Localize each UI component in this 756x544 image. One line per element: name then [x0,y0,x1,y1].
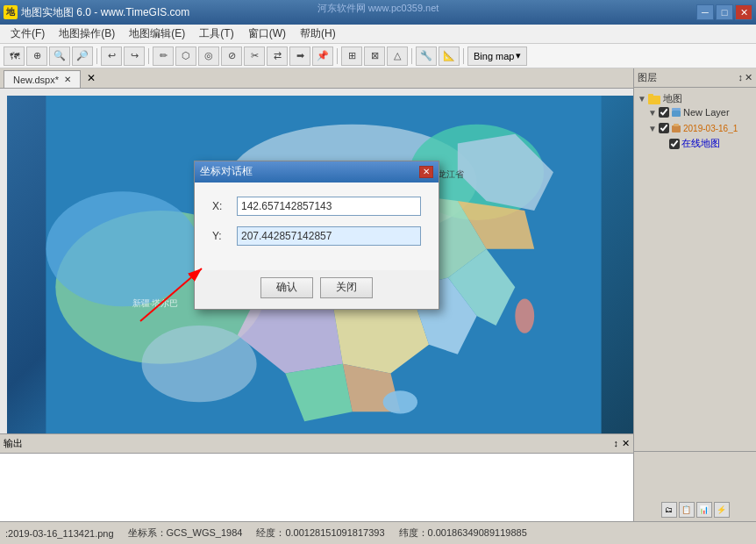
svg-point-14 [383,390,417,413]
tb-btn-11[interactable]: ✂ [244,47,265,66]
layer-icon [671,107,681,118]
svg-point-17 [142,326,257,402]
tb-btn-10[interactable]: ⊘ [221,47,242,66]
map-canvas[interactable]: 新疆·塔尔巴 黑龙江省 内蒙古 坐标对话框 [0,89,633,433]
dialog-close-button[interactable]: ✕ [419,166,433,178]
tree-item-new-layer[interactable]: ▼ New Layer [638,106,752,118]
menu-map-ops[interactable]: 地图操作(B) [52,25,122,43]
tb-btn-8[interactable]: ⬡ [175,47,196,66]
tb-btn-2[interactable]: ⊕ [26,47,47,66]
cancel-button[interactable]: 关闭 [320,277,373,298]
svg-rect-29 [672,108,681,111]
panel-tab-btn-3[interactable]: 📊 [696,502,712,518]
output-body [0,454,633,521]
panel-tab-btn-4[interactable]: ⚡ [714,502,730,518]
tb-btn-13[interactable]: ➡ [289,47,310,66]
date-layer-icon [671,123,681,133]
coordinate-dialog[interactable]: 坐标对话框 ✕ X: Y: 确认 [194,161,439,310]
tb-btn-7[interactable]: ✏ [153,47,174,66]
tb-btn-12[interactable]: ⇄ [267,47,288,66]
expand-date-layer[interactable]: ▼ [648,124,659,133]
tree-map-label: 地图 [663,92,682,105]
tree-online-label: 在线地图 [681,137,720,150]
output-panel: 输出 ↕ ✕ [0,433,633,521]
date-layer-checkbox[interactable] [659,123,669,133]
bing-map-dropdown-icon[interactable]: ▾ [516,50,521,61]
svg-rect-30 [672,125,681,132]
dialog-title: 坐标对话框 [200,164,253,179]
tb-btn-9[interactable]: ◎ [198,47,219,66]
svg-rect-31 [674,124,679,126]
y-field: Y: [212,226,421,246]
minimize-button[interactable]: ─ [696,4,714,20]
right-panel: 图层 ↕ ✕ ▼ 地图 ▼ [633,68,756,521]
svg-point-2 [46,191,199,306]
tree-item-date-layer[interactable]: ▼ 2019-03-16_1 [638,122,752,134]
tb-btn-18[interactable]: 🔧 [416,47,437,66]
panel-tab-btn-2[interactable]: 📋 [679,502,695,518]
confirm-button[interactable]: 确认 [260,277,313,298]
panel-pin-icon[interactable]: ↕ [738,72,744,83]
y-input[interactable] [237,226,421,246]
menu-file[interactable]: 文件(F) [4,25,52,43]
menu-tools[interactable]: 工具(T) [192,25,240,43]
toolbar-sep-3 [337,48,338,64]
svg-rect-28 [672,111,681,117]
tb-btn-3[interactable]: 🔍 [49,47,70,66]
main-layout: New.dspx* ✕ ✕ [0,68,756,521]
x-field: X: [212,197,421,216]
tree-item-online[interactable]: ▶ 在线地图 [638,136,752,151]
online-layer-checkbox[interactable] [669,139,680,149]
tb-btn-14[interactable]: 📌 [312,47,333,66]
toolbar: 🗺 ⊕ 🔍 🔎 ↩ ↪ ✏ ⬡ ◎ ⊘ ✂ ⇄ ➡ 📌 ⊞ ⊠ △ 🔧 📐 Bi… [0,44,756,68]
status-file: :2019-03-16_113421.png [5,528,114,539]
main-tab[interactable]: New.dspx* ✕ [4,70,81,88]
output-pin-icon[interactable]: ↕ [614,438,619,449]
panel-tab-btn-1[interactable]: 🗂 [661,502,677,518]
close-button[interactable]: ✕ [735,4,752,20]
map-folder-icon [648,94,660,104]
panel-close-icon[interactable]: ✕ [745,72,752,83]
tb-btn-15[interactable]: ⊞ [341,47,362,66]
tab-bar: New.dspx* ✕ ✕ [0,68,633,88]
tree-item-map[interactable]: ▼ 地图 [638,91,752,106]
menu-window[interactable]: 窗口(W) [241,25,293,43]
layers-panel-body: ▼ 地图 ▼ New Layer ▼ [634,88,756,451]
bing-map-button[interactable]: Bing map ▾ [467,47,527,66]
watermark: 河东软件网 www.pc0359.net [317,2,439,15]
menu-help[interactable]: 帮助(H) [293,25,343,43]
status-bar: :2019-03-16_113421.png 坐标系：GCS_WGS_1984 … [0,521,756,544]
toolbar-sep-5 [463,48,464,64]
tab-close-button[interactable]: ✕ [64,75,71,84]
layers-title-bar: 图层 ↕ ✕ [634,68,756,88]
tb-btn-16[interactable]: ⊠ [364,47,385,66]
tb-btn-1[interactable]: 🗺 [4,47,25,66]
tb-btn-17[interactable]: △ [387,47,408,66]
expand-map[interactable]: ▼ [638,94,648,104]
status-longitude: 经度：0.00128151091817393 [256,526,384,540]
svg-text:新疆·塔尔巴: 新疆·塔尔巴 [132,298,179,308]
dialog-body: X: Y: [195,183,439,270]
tab-panel-close[interactable]: ✕ [84,68,98,88]
toolbar-sep-2 [148,48,149,64]
maximize-button[interactable]: □ [716,4,733,20]
output-title-bar: 输出 ↕ ✕ [0,434,633,454]
toolbar-sep-4 [411,48,412,64]
svg-rect-27 [648,94,653,97]
layers-title: 图层 [638,71,657,84]
tb-btn-6[interactable]: ↪ [124,47,145,66]
tree-new-layer-label: New Layer [683,107,730,118]
bing-map-label: Bing map [474,51,514,61]
menu-bar: 文件(F) 地图操作(B) 地图编辑(E) 工具(T) 窗口(W) 帮助(H) [0,25,756,44]
expand-new-layer[interactable]: ▼ [648,108,659,118]
tb-btn-4[interactable]: 🔎 [72,47,93,66]
tb-btn-19[interactable]: 📐 [439,47,460,66]
x-input[interactable] [237,197,421,216]
app-icon: 地 [4,5,18,19]
tb-btn-5[interactable]: ↩ [101,47,122,66]
content-area: New.dspx* ✕ ✕ [0,68,633,521]
new-layer-checkbox[interactable] [659,107,669,118]
menu-map-edit[interactable]: 地图编辑(E) [122,25,192,43]
bottom-icons: 🗂 📋 📊 ⚡ [661,502,730,518]
output-close-icon[interactable]: ✕ [622,438,630,449]
